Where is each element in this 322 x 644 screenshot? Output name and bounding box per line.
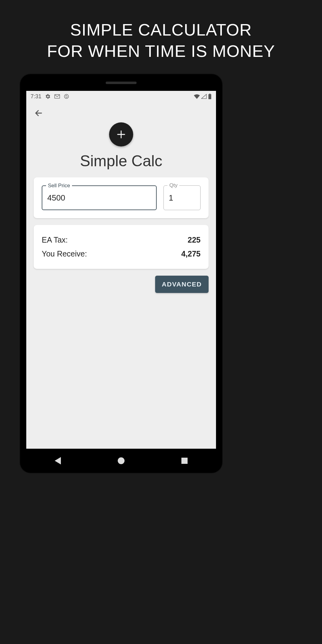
- sell-price-label: Sell Price: [46, 183, 72, 189]
- sell-price-input[interactable]: [42, 186, 156, 210]
- svg-rect-2: [209, 94, 211, 99]
- you-receive-label: You Receive:: [42, 249, 87, 258]
- nav-home-icon: [118, 457, 125, 464]
- results-card: EA Tax: 225 You Receive: 4,275: [34, 225, 209, 269]
- status-left: 7:31: [31, 93, 69, 100]
- back-button[interactable]: [32, 107, 45, 119]
- qty-field-wrapper[interactable]: Qty: [163, 185, 201, 210]
- headline-line-2: FOR WHEN TIME IS MONEY: [0, 40, 322, 62]
- system-nav-bar: [26, 449, 216, 473]
- add-button[interactable]: [109, 122, 133, 146]
- back-arrow-icon: [34, 109, 43, 117]
- status-bar: 7:31: [26, 91, 216, 102]
- status-time: 7:31: [31, 93, 41, 100]
- status-right: [194, 94, 212, 99]
- inputs-card: Sell Price Qty: [34, 177, 209, 218]
- nav-home-button[interactable]: [112, 451, 130, 470]
- nav-back-icon: [55, 457, 61, 464]
- svg-point-1: [64, 94, 69, 99]
- ea-tax-value: 225: [188, 235, 201, 244]
- app-header: Simple Calc: [26, 122, 216, 170]
- you-receive-value: 4,275: [181, 249, 201, 258]
- qty-label: Qty: [167, 182, 179, 189]
- mail-icon: [54, 94, 60, 99]
- signal-icon: [201, 94, 207, 99]
- phone-speaker: [106, 82, 137, 84]
- advanced-button[interactable]: ADVANCED: [155, 276, 209, 293]
- nav-back-button[interactable]: [49, 451, 67, 470]
- marketing-headline: SIMPLE CALCULATOR FOR WHEN TIME IS MONEY: [0, 0, 322, 62]
- ea-tax-row: EA Tax: 225: [42, 233, 201, 247]
- app-bar: [26, 102, 216, 121]
- nav-recents-icon: [181, 458, 188, 464]
- headline-line-1: SIMPLE CALCULATOR: [0, 19, 322, 40]
- gear-icon: [45, 94, 51, 99]
- you-receive-row: You Receive: 4,275: [42, 247, 201, 261]
- plus-icon: [116, 129, 126, 140]
- qty-input[interactable]: [164, 186, 200, 210]
- advanced-row: ADVANCED: [26, 269, 216, 293]
- ea-tax-label: EA Tax:: [42, 235, 68, 244]
- app-screen: 7:31: [26, 91, 216, 449]
- svg-rect-3: [209, 94, 210, 94]
- phone-frame: 7:31: [20, 74, 222, 473]
- wifi-icon: [194, 94, 200, 99]
- app-title: Simple Calc: [26, 152, 216, 170]
- nav-recents-button[interactable]: [175, 451, 194, 470]
- sell-price-field-wrapper[interactable]: Sell Price: [42, 185, 157, 210]
- sync-icon: [64, 94, 69, 99]
- battery-icon: [208, 94, 212, 99]
